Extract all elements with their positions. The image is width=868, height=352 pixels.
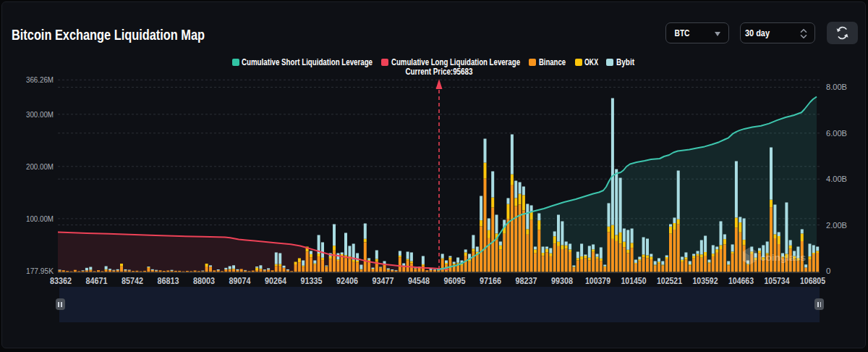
svg-text:86813: 86813 (158, 276, 179, 286)
svg-text:0: 0 (826, 267, 830, 275)
svg-text:84671: 84671 (86, 276, 108, 286)
svg-text:106805: 106805 (800, 276, 825, 286)
svg-text:91335: 91335 (301, 276, 323, 286)
svg-text:85742: 85742 (122, 276, 143, 286)
svg-text:177.95K: 177.95K (26, 267, 54, 275)
svg-text:105734: 105734 (765, 276, 790, 286)
svg-text:300.00M: 300.00M (26, 110, 54, 119)
svg-text:103592: 103592 (693, 276, 718, 286)
svg-text:4.00B: 4.00B (826, 175, 847, 183)
svg-text:90264: 90264 (265, 276, 286, 286)
svg-text:OKX: OKX (584, 57, 598, 67)
svg-text:101450: 101450 (621, 276, 647, 286)
svg-text:30 day: 30 day (745, 28, 770, 38)
svg-text:8.00B: 8.00B (826, 83, 847, 91)
svg-text:96095: 96095 (444, 276, 466, 286)
svg-text:100379: 100379 (585, 276, 610, 286)
svg-text:Bitcoin Exchange Liquidation M: Bitcoin Exchange Liquidation Map (12, 26, 205, 43)
svg-text:94548: 94548 (408, 276, 430, 286)
svg-text:6.00B: 6.00B (826, 129, 847, 138)
svg-text:89074: 89074 (229, 276, 251, 286)
svg-text:366.26M: 366.26M (26, 75, 54, 84)
svg-text:88003: 88003 (193, 276, 215, 286)
svg-text:2.00B: 2.00B (826, 221, 847, 230)
svg-text:Current Price:95683: Current Price:95683 (406, 67, 473, 77)
svg-text:98237: 98237 (516, 276, 537, 286)
svg-text:100.00M: 100.00M (26, 214, 54, 223)
svg-text:83362: 83362 (50, 276, 72, 286)
svg-text:coinglass: coinglass (760, 252, 806, 263)
svg-text:200.00M: 200.00M (26, 162, 54, 171)
svg-text:Bybit: Bybit (616, 57, 634, 67)
svg-text:97166: 97166 (480, 276, 501, 286)
svg-text:93477: 93477 (373, 276, 394, 286)
svg-text:BTC: BTC (675, 28, 690, 38)
svg-text:Cumulative Short Liquidation L: Cumulative Short Liquidation Leverage (242, 57, 373, 67)
svg-text:99308: 99308 (551, 276, 573, 286)
svg-text:102521: 102521 (657, 276, 682, 286)
svg-text:104663: 104663 (728, 276, 754, 286)
svg-text:Binance: Binance (539, 57, 566, 67)
svg-text:92406: 92406 (336, 276, 358, 286)
